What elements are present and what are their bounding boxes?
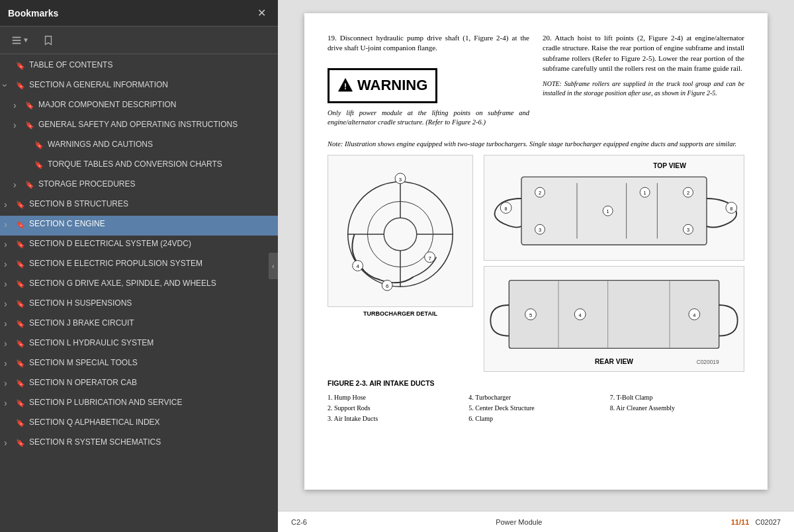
top-view-container: TOP VIEW (484, 155, 744, 261)
warning-body: Only lift power module at the lifting po… (328, 109, 529, 128)
warning-label: WARNING (357, 75, 427, 96)
svg-text:8: 8 (730, 205, 732, 211)
rear-view-svg: 5 4 4 REAR VIEW C020019 (484, 267, 744, 371)
sidebar-item-label: SECTION P LUBRICATION AND SERVICE (29, 398, 273, 408)
sidebar: Bookmarks ✕ ▼ 🔖 TABLE OF CONTENTS (0, 0, 278, 532)
diagrams-row: 4 6 7 3 TURBOCHARGER DETAIL (328, 155, 744, 372)
sidebar-toolbar: ▼ (0, 26, 278, 54)
svg-text:1: 1 (607, 208, 609, 214)
svg-text:REAR VIEW: REAR VIEW (595, 357, 633, 365)
parts-list: 1. Hump Hose 4. Turbocharger 7. T-Bolt C… (328, 393, 744, 423)
bookmark-icon-safety: 🔖 (25, 120, 34, 130)
sidebar-item-label: SECTION M SPECIAL TOOLS (29, 358, 273, 369)
sidebar-item-section-c[interactable]: 🔖 SECTION C ENGINE (0, 216, 278, 236)
sidebar-item-section-b[interactable]: 🔖 SECTION B STRUCTURES (0, 196, 278, 216)
sidebar-item-section-r[interactable]: 🔖 SECTION R SYSTEM SCHEMATICS (0, 434, 278, 454)
sidebar-item-torque[interactable]: 🔖 TORQUE TABLES AND CONVERSION CHARTS (0, 156, 278, 176)
svg-text:TOP VIEW: TOP VIEW (653, 162, 686, 169)
note-rollers: NOTE: Subframe rollers are supplied in t… (543, 79, 744, 98)
bookmark-icon-torque: 🔖 (34, 160, 44, 169)
sidebar-item-label: SECTION C ENGINE (29, 219, 273, 230)
steps-section: 19. Disconnect hydraulic pump drive shaf… (328, 33, 744, 133)
page-footer: C2-6 Power Module 11/11 C02027 (278, 511, 794, 532)
sidebar-item-section-a[interactable]: 🔖 SECTION A GENERAL INFORMATION (0, 77, 278, 97)
bookmark-icon-p: 🔖 (16, 398, 25, 408)
bookmark-icon-e: 🔖 (16, 259, 25, 269)
top-view-svg: TOP VIEW (484, 155, 744, 260)
sidebar-item-general-safety[interactable]: 🔖 GENERAL SAFETY AND OPERATING INSTRUCTI… (0, 116, 278, 136)
left-diagram-container: 4 6 7 3 TURBOCHARGER DETAIL (328, 155, 473, 318)
bookmark-icon-c: 🔖 (16, 220, 25, 229)
svg-rect-2 (13, 42, 21, 44)
main-content: 19. Disconnect hydraulic pump drive shaf… (278, 0, 794, 532)
sidebar-item-section-j[interactable]: 🔖 SECTION J BRAKE CIRCUIT (0, 315, 278, 335)
footer-left: C2-6 (291, 518, 307, 526)
turbocharger-svg: 4 6 7 3 (328, 155, 472, 306)
svg-text:4: 4 (356, 263, 359, 269)
svg-text:!: ! (344, 82, 347, 91)
bookmark-icon (42, 34, 54, 46)
bookmark-icon-m: 🔖 (16, 359, 25, 368)
sidebar-item-section-l[interactable]: 🔖 SECTION L HYDRAULIC SYSTEM (0, 335, 278, 355)
page-paper: 19. Disconnect hydraulic pump drive shaf… (304, 13, 768, 490)
no-expand-icon (4, 61, 13, 69)
sidebar-item-section-p[interactable]: 🔖 SECTION P LUBRICATION AND SERVICE (0, 394, 278, 414)
warning-section: ! WARNING Only lift power module at the … (328, 60, 529, 128)
sidebar-item-section-m[interactable]: 🔖 SECTION M SPECIAL TOOLS (0, 355, 278, 375)
svg-rect-21 (521, 177, 707, 245)
expand-icon-l (4, 339, 13, 348)
bookmark-icon-storage: 🔖 (25, 180, 34, 189)
bookmark-icon-warnings: 🔖 (34, 140, 44, 150)
svg-text:3: 3 (399, 176, 402, 182)
close-button[interactable]: ✕ (253, 5, 270, 21)
sidebar-item-storage[interactable]: 🔖 STORAGE PROCEDURES (0, 176, 278, 196)
svg-text:7: 7 (428, 255, 431, 261)
part-3: 3. Air Intake Ducts (328, 414, 462, 423)
bookmark-icon-j: 🔖 (16, 319, 25, 328)
note-illustration: Note: Illustration shows engine equipped… (328, 140, 744, 150)
bookmark-button[interactable] (38, 32, 58, 49)
turbocharger-diagram: 4 6 7 3 (328, 155, 473, 307)
expand-all-button[interactable]: ▼ (7, 32, 33, 49)
sidebar-content[interactable]: 🔖 TABLE OF CONTENTS 🔖 SECTION A GENERAL … (0, 54, 278, 532)
sidebar-item-toc[interactable]: 🔖 TABLE OF CONTENTS (0, 57, 278, 77)
step-19-text: 19. Disconnect hydraulic pump drive shaf… (328, 33, 529, 54)
sidebar-item-warnings[interactable]: 🔖 WARNINGS AND CAUTIONS (0, 136, 278, 156)
svg-point-7 (384, 218, 417, 251)
sidebar-item-label: TABLE OF CONTENTS (29, 60, 273, 71)
no-expand-warnings (22, 140, 32, 149)
collapse-sidebar-handle[interactable]: ‹ (269, 253, 278, 279)
figure-caption-section: FIGURE 2-3. AIR INTAKE DUCTS 1. Hump Hos… (328, 378, 744, 424)
sidebar-item-section-d[interactable]: 🔖 SECTION D ELECTRICAL SYSTEM (24VDC) (0, 236, 278, 255)
top-view-diagram: TOP VIEW (484, 155, 744, 261)
sidebar-title: Bookmarks (8, 8, 58, 19)
step-20-text: 20. Attach hoist to lift points (2, Figu… (543, 33, 744, 74)
sidebar-item-section-q[interactable]: 🔖 SECTION Q ALPHABETICAL INDEX (0, 414, 278, 434)
sidebar-item-section-g[interactable]: 🔖 SECTION G DRIVE AXLE, SPINDLE, AND WHE… (0, 275, 278, 295)
footer-doc-code: C02027 (751, 518, 781, 526)
svg-text:1: 1 (644, 190, 646, 196)
sidebar-item-section-h[interactable]: 🔖 SECTION H SUSPENSIONS (0, 295, 278, 315)
svg-rect-0 (13, 36, 21, 38)
bookmark-icon-l: 🔖 (16, 339, 25, 348)
sidebar-item-label: SECTION H SUSPENSIONS (29, 298, 273, 309)
expand-icon-safety (13, 120, 22, 130)
no-expand-torque (22, 160, 32, 169)
sidebar-item-section-e[interactable]: 🔖 SECTION E ELECTRIC PROPULSION SYSTEM (0, 255, 278, 275)
diagram-section: Note: Illustration shows engine equipped… (328, 140, 744, 423)
sidebar-item-section-n[interactable]: 🔖 SECTION N OPERATOR CAB (0, 375, 278, 394)
bookmark-icon-n: 🔖 (16, 378, 25, 388)
footer-right: 11/11 C02027 (731, 518, 781, 526)
expand-icon-c (4, 220, 13, 229)
sidebar-header: Bookmarks ✕ (0, 0, 278, 26)
sidebar-item-label: SECTION E ELECTRIC PROPULSION SYSTEM (29, 259, 273, 269)
sidebar-item-label: GENERAL SAFETY AND OPERATING INSTRUCTION… (38, 120, 273, 130)
bookmark-icon-h: 🔖 (16, 299, 25, 308)
warning-triangle-icon: ! (337, 77, 353, 93)
sidebar-item-label: SECTION B STRUCTURES (29, 199, 273, 210)
sidebar-item-label: WARNINGS AND CAUTIONS (48, 140, 273, 150)
sidebar-item-major-component[interactable]: 🔖 MAJOR COMPONENT DESCRIPTION (0, 97, 278, 116)
part-8: 8. Air Cleaner Assembly (610, 404, 744, 413)
no-expand-q (4, 418, 13, 427)
page-view[interactable]: 19. Disconnect hydraulic pump drive shaf… (278, 0, 794, 511)
